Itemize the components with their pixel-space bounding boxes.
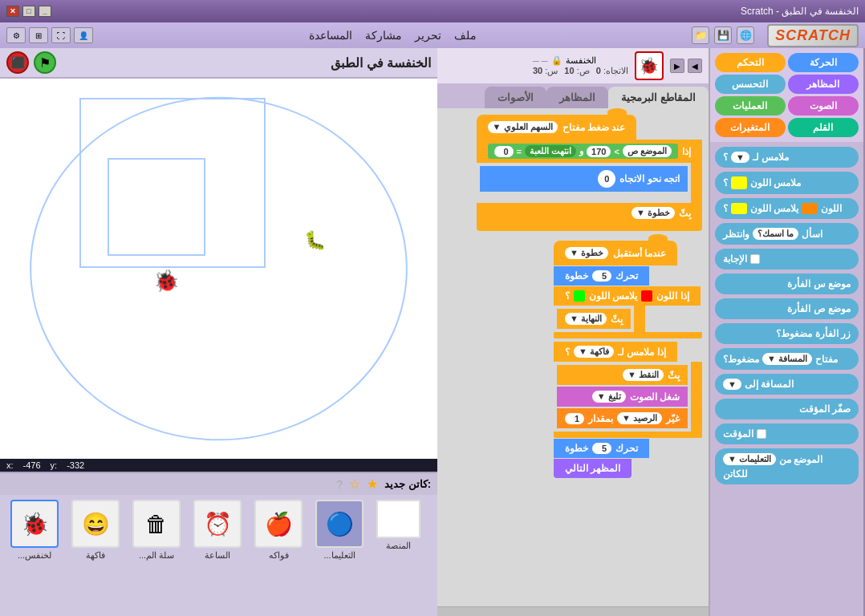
sprite-thumb-bug-img: 🐞: [10, 500, 59, 548]
svg-point-0: [30, 98, 407, 440]
maximize-button[interactable]: □: [22, 6, 35, 17]
stage-view: 🐞 🐛: [0, 79, 437, 459]
script-group-1: عند ضغط مفتاح السهم العلوي ▼ إذا الموضع …: [477, 115, 702, 231]
sprites-list: 🐞 لخنفس... 😄 فاكهة 🗑 سلة الم... ⏰ الساعة…: [0, 495, 437, 616]
broadcast-block-1[interactable]: بِثّ خطوة ▼: [477, 203, 702, 223]
sprite-thumb-trash[interactable]: 🗑 سلة الم...: [128, 500, 185, 611]
block-categories: الحركة التحكم المظاهر التحسس الصوت العمل…: [710, 48, 863, 142]
cat-motion-btn[interactable]: الحركة: [788, 53, 859, 72]
fullscreen-icon[interactable]: ⛶: [51, 27, 71, 43]
minimize-button[interactable]: _: [39, 6, 51, 17]
coord-x-value: -476: [23, 460, 41, 470]
stage-canvas: 🐞 🐛: [0, 79, 437, 459]
center-scrollbar[interactable]: [437, 606, 709, 616]
menu-bar: SCRATCH 🌐 💾 📁 ملف تحرير مشاركة المساعدة …: [0, 22, 865, 48]
hat-block-receive[interactable]: عندما أستقبل خطوة ▼: [554, 241, 677, 265]
cat-looks-btn[interactable]: المظاهر: [788, 75, 859, 94]
cat-sound-btn[interactable]: الصوت: [788, 96, 859, 116]
stage-view-controls: 👤 ⛶ ⊞ ⚙: [6, 27, 93, 43]
script-group-2: عندما أستقبل خطوة ▼ تحرك 5 خطوة إذا اللو…: [554, 241, 702, 478]
broadcast-end-block[interactable]: بِثّ النهاية ▼: [557, 309, 631, 329]
main-area: الحركة التحكم المظاهر التحسس الصوت العمل…: [0, 48, 865, 616]
save-icon[interactable]: 💾: [714, 26, 732, 44]
person-icon[interactable]: 👤: [74, 27, 93, 43]
change-score-block[interactable]: غيّر الرصيد ▼ بمقدار 1: [557, 408, 688, 428]
svg-rect-2: [108, 159, 205, 255]
hat-block-key[interactable]: عند ضغط مفتاح السهم العلوي ▼: [477, 115, 637, 140]
star-full-icon[interactable]: ★: [367, 476, 378, 492]
green-flag-button[interactable]: ⚑: [34, 51, 56, 74]
scripts-area[interactable]: عند ضغط مفتاح السهم العلوي ▼ إذا الموضع …: [437, 108, 709, 606]
sprite-thumb-trash-img: 🗑: [132, 500, 181, 548]
if-touching-block[interactable]: إذا ملامس لـ فاكهة ▼ ؟: [554, 342, 677, 362]
block-timer[interactable]: المؤقت: [715, 424, 859, 444]
if-block-1: إذا الموضع ص > 170 و انتهت اللعبة = 0: [477, 140, 702, 231]
cat-variables-btn[interactable]: المتغيرات: [715, 118, 786, 137]
move-5-block-1[interactable]: تحرك 5 خطوة: [554, 266, 649, 286]
star-outline-icon[interactable]: ☆: [349, 476, 360, 492]
dir-block[interactable]: اتجه نحو الاتجاه 0: [480, 166, 688, 192]
sprite-nav-right[interactable]: ▶: [670, 59, 684, 73]
sprite-thumb-fruits-label: فواكه: [269, 550, 289, 561]
block-reset-timer[interactable]: صفّر المؤقت: [715, 399, 859, 419]
sprite-thumb-clock[interactable]: ⏰ الساعة: [189, 500, 246, 611]
cat-pen-btn[interactable]: القلم: [788, 118, 859, 137]
block-touching-color[interactable]: ملامس اللون ؟: [715, 172, 859, 194]
sprite-thumb-fruit[interactable]: 😄 فاكهة: [67, 500, 124, 611]
sprite-thumb-clock-img: ⏰: [193, 500, 242, 548]
block-key-pressed[interactable]: مفتاح المسافة ▼ مضغوط؟: [715, 348, 859, 370]
close-button[interactable]: ✕: [6, 6, 19, 17]
sprite-thumb-bug[interactable]: 🐞 لخنفس...: [6, 500, 63, 611]
tab-scripts[interactable]: المقاطع البرمجية: [608, 87, 709, 108]
sprite-thumb-fruits[interactable]: 🍎 فواكه: [250, 500, 307, 611]
block-color-touching-color[interactable]: اللون يلامس اللون ؟: [715, 198, 859, 219]
stage-header: الخنفسة في الطبق ⚑ ⬛: [0, 48, 437, 79]
sprite-info: الخنفسة 🔒 ─ ─ الاتجاه: 0 ص: 10 س: 30: [533, 55, 628, 76]
cat-operators-btn[interactable]: العمليات: [715, 96, 786, 116]
menu-share[interactable]: مشاركة: [365, 29, 402, 42]
lock-icon: 🔒: [551, 55, 562, 66]
center-panel: ◀ ▶ 🐞 الخنفسة 🔒 ─ ─ الاتجاه: 0 ص: 10 س: …: [437, 48, 710, 616]
settings-icon[interactable]: ⚙: [6, 27, 26, 43]
block-touching[interactable]: ملامس لـ ▼ ؟: [715, 147, 859, 168]
grid-icon[interactable]: ⊞: [29, 27, 48, 43]
sprite-nav-left[interactable]: ◀: [688, 59, 702, 73]
stage-title: الخنفسة في الطبق: [331, 55, 431, 71]
folder-icon[interactable]: 📁: [692, 26, 709, 44]
stop-button[interactable]: ⬛: [6, 51, 29, 74]
stage-thumb[interactable]: المنصة: [372, 500, 424, 611]
block-mouse-x[interactable]: موضع س الفأرة: [715, 274, 859, 294]
block-answer[interactable]: الإجابة: [715, 249, 859, 270]
menu-file[interactable]: ملف: [454, 29, 477, 42]
sprites-header: :كاتن جديد ★ ☆ ?: [0, 473, 437, 495]
sprite-thumb-fruits-img: 🍎: [254, 500, 303, 548]
help-icon[interactable]: ?: [336, 478, 343, 491]
sprite-name: الخنفسة: [566, 55, 596, 66]
globe-icon[interactable]: 🌐: [737, 26, 754, 44]
next-costume-block[interactable]: المظهر التالي: [554, 459, 631, 478]
block-mouse-y[interactable]: موضع ص الفأرة: [715, 298, 859, 319]
sprite-thumb-instructions[interactable]: 🔵 التعليما...: [311, 500, 368, 611]
block-distance-to[interactable]: المسافة إلى ▼: [715, 374, 859, 395]
new-sprite-label: :كاتن جديد: [384, 478, 431, 490]
title-bar-text: الخنفسة في الطبق - Scratch: [741, 6, 859, 17]
sprite-thumb-instructions-label: التعليما...: [323, 550, 355, 561]
menu-help[interactable]: المساعدة: [309, 29, 352, 42]
play-sound-block[interactable]: شغل الصوت تليغ ▼: [557, 387, 688, 407]
cat-sensing-btn[interactable]: التحسس: [715, 75, 786, 94]
if-color-block[interactable]: إذا اللون يلامس اللون ؟: [554, 286, 701, 306]
tab-sounds[interactable]: الأصوات: [485, 87, 546, 108]
sprite-worm: 🐛: [304, 229, 327, 251]
cat-control-btn[interactable]: التحكم: [715, 53, 786, 72]
sprite-icon: 🐞: [635, 51, 664, 80]
move-5-block-2[interactable]: تحرك 5 خطوة: [554, 439, 649, 458]
coord-x-label: x:: [6, 460, 14, 470]
block-ask[interactable]: اسأل ما اسمك؟ وانتظر: [715, 223, 859, 245]
broadcast-points-block[interactable]: بِثّ النقط ▼: [557, 365, 688, 385]
tabs-row: المقاطع البرمجية المظاهر الأصوات: [437, 85, 709, 108]
tab-costumes[interactable]: المظاهر: [546, 87, 608, 108]
left-panel: الحركة التحكم المظاهر التحسس الصوت العمل…: [710, 48, 865, 616]
block-of[interactable]: الموضع من التعليمات ▼ للكاتن: [715, 448, 859, 484]
menu-edit[interactable]: تحرير: [415, 29, 441, 42]
block-mouse-down[interactable]: زر الفأرة مضغوط؟: [715, 323, 859, 344]
